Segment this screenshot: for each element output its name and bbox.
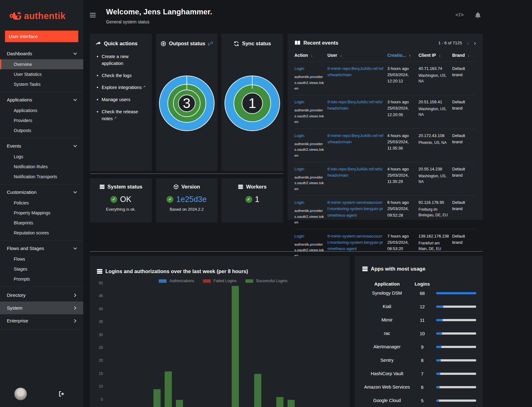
user-interface-button[interactable]: User interface [5,31,78,42]
usage-bar-track [436,386,476,388]
event-user-link[interactable]: tf-mimir-repo:BeryJu/k8s:ref:refs/heads/… [327,66,383,77]
event-user-link[interactable]: tf-mimir-repo:BeryJu/k8s:ref:refs/heads/… [327,133,383,144]
nav-section-label: Flows and Stages [7,246,44,251]
hamburger-menu-icon[interactable] [90,12,96,18]
outpost-link-icon[interactable] [208,41,213,46]
usage-bar-fill [436,386,440,388]
nav-section-dashboards: Dashboards Overview User Statistics Syst… [0,46,83,92]
check-circle-icon: ✓ [245,196,252,203]
book-icon [294,40,301,46]
sidebar-item-applications[interactable]: Applications [0,105,83,115]
event-action-link[interactable]: Login [294,66,324,72]
status-column: Quick actions Create a new application C… [90,34,283,223]
explore-integrations-link[interactable]: Explore integrations [102,85,142,90]
event-user-link[interactable]: tf-loki-repo:BeryJu/k8s:ref:refs/heads/m… [327,100,383,110]
nav-section-head-applications[interactable]: Applications [0,94,83,105]
sidebar-item-logs[interactable]: Logs [0,152,83,162]
sidebar-item-user-statistics[interactable]: User Statistics [0,69,83,79]
event-action-link[interactable]: Login [294,133,324,139]
app-name: Mimir [362,313,412,327]
sidebar-item-policies[interactable]: Policies [0,198,83,208]
nav-section-label: Customization [7,189,36,195]
event-action-link[interactable]: Login [294,99,324,105]
event-user-link[interactable]: tf-mimir-system:serviceaccount:monitorin… [327,234,383,251]
event-action-link[interactable]: Login [294,166,324,172]
nav-section-applications: Applications Applications Providers Outp… [0,92,83,138]
event-action-link[interactable]: Login [294,233,324,239]
column-header-user[interactable]: User↕ [327,53,387,58]
app-name: Sentry [362,354,412,367]
manage-users-link[interactable]: Manage users [102,97,130,102]
authentik-admin-dashboard: authentik User interface Dashboards Over… [0,0,532,407]
nav-section-label: Dashboards [7,51,32,56]
nav-section-head-dashboards[interactable]: Dashboards [0,48,83,59]
column-header-action[interactable]: Action↕ [294,53,327,58]
pagination-prev-icon[interactable]: ‹ [467,40,469,46]
nav-section-head-flows-stages[interactable]: Flows and Stages [0,243,83,254]
sign-out-icon[interactable] [58,391,65,397]
sidebar-item-reputation-scores[interactable]: Reputation scores [0,228,83,238]
sidebar-item-notification-rules[interactable]: Notification Rules [0,162,83,172]
sidebar-item-outposts[interactable]: Outposts [0,125,83,135]
sidebar-item-flows[interactable]: Flows [0,254,83,264]
nav-section-head-events[interactable]: Events [0,140,83,152]
event-brand: Default brand [452,167,465,178]
pagination-next-icon[interactable]: › [474,40,476,46]
app-login-count: 7 [412,371,433,376]
app-login-count: 8 [412,358,433,363]
app-login-count: 68 [412,291,433,296]
sidebar-item-system-tasks[interactable]: System Tasks [0,79,83,89]
outpost-status-card: Outpost status [156,34,217,171]
event-client-ip: 20.51.159.41 [418,99,449,105]
sidebar-footer [0,383,83,407]
quick-actions-title: Quick actions [104,41,138,47]
nav-section-label: Directory [7,292,26,298]
sidebar-item-providers[interactable]: Providers [0,115,83,125]
sidebar-item-notification-transports[interactable]: Notification Transports [0,172,83,182]
table-row: HashiCorp Vault7 [362,367,475,380]
workers-value: 1 [255,195,259,204]
sidebar-item-overview[interactable]: Overview [0,59,83,69]
column-header-brand[interactable]: Brand↕ [452,53,476,58]
api-browser-icon[interactable]: </> [455,12,464,18]
column-header-logins: Logins [412,281,433,287]
sidebar-item-stages[interactable]: Stages [0,264,83,274]
legend-swatch [159,279,167,283]
sidebar-item-prompts[interactable]: Prompts [0,274,83,284]
sidebar-item-blueprints[interactable]: Blueprints [0,218,83,228]
apps-usage-title: Apps with most usage [371,266,425,272]
usage-bar-fill [436,359,441,361]
event-relative-time: 7 hours ago [387,233,415,239]
chevron-down-icon [73,144,77,147]
table-row: Kiali12 [362,300,475,313]
sidebar-item-property-mappings[interactable]: Property Mappings [0,208,83,218]
nav-section-head-directory[interactable]: Directory [0,289,83,302]
y-tick-label: 30 [99,333,103,337]
usage-bar-track [436,319,476,321]
user-avatar[interactable] [14,388,27,400]
app-name: Synology DSM [362,287,412,300]
release-notes-link[interactable]: Check the release notes [102,109,138,121]
server-icon [362,266,368,272]
notifications-bell-icon[interactable] [475,12,481,18]
chevron-right-icon [73,319,76,322]
event-action-link[interactable]: Login [294,199,324,206]
version-value[interactable]: 1e25d3e [176,195,206,204]
column-header-client-ip[interactable]: Client IP↕ [418,53,452,58]
nav-section-head-enterprise[interactable]: Enterprise [0,314,83,327]
nav-section-head-system[interactable]: System [0,302,83,314]
chevron-down-icon [73,97,77,101]
workers-title: Workers [246,184,267,190]
sync-icon [234,41,239,47]
apps-table-header: Application Logins [362,281,475,287]
event-user-link[interactable]: tf-loki-repo:BeryJu/k8s:ref:refs/heads/m… [327,167,383,178]
authentik-logo-text: authentik [24,11,65,21]
check-logs-link[interactable]: Check the logs [102,73,132,78]
sort-asc-icon: ↑ [409,53,411,58]
nav-section-head-customization[interactable]: Customization [0,186,83,198]
table-row: Mimir11 [362,313,475,327]
column-header-creation[interactable]: Creatio...↑ [387,53,418,58]
create-application-link[interactable]: Create a new application [102,54,128,66]
event-user-link[interactable]: tf-mimir-system:serviceaccount:monitorin… [327,200,383,217]
usage-bar-track [436,346,476,348]
